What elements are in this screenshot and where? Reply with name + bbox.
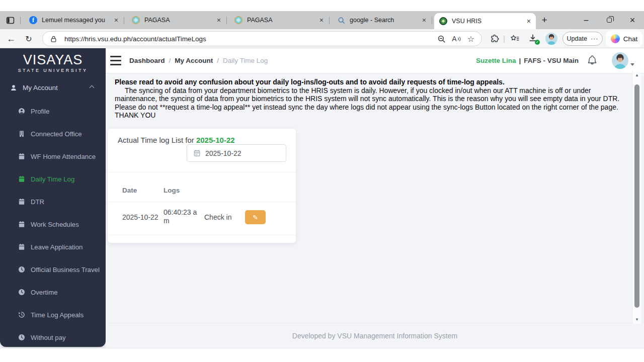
- browser-tab-vsu-hris-active[interactable]: VSU HRIS ×: [434, 13, 536, 29]
- calendar-icon: [18, 243, 25, 250]
- sidebar-item-daily-time-log[interactable]: Daily Time Log: [18, 174, 74, 184]
- browser-window: f Lemuel messaged you × PAGASA × PAGASA …: [0, 0, 644, 362]
- copilot-icon: [611, 34, 620, 43]
- notice-heading: Please read to avoid any confusion about…: [115, 78, 626, 86]
- column-header-date: Date: [122, 187, 137, 194]
- sidebar-item-leave-application[interactable]: Leave Application: [18, 242, 83, 252]
- tab-title: google - Search: [350, 17, 418, 24]
- close-tab-icon[interactable]: ×: [114, 17, 118, 24]
- close-tab-icon[interactable]: ×: [527, 18, 531, 25]
- breadcrumb-dashboard[interactable]: Dashboard: [129, 57, 165, 64]
- sidebar-item-label: Time Log Appeals: [31, 311, 84, 319]
- sidebar-item-wf-home-attendance[interactable]: WF Home Attendance: [18, 151, 96, 161]
- page-viewport: VISAYAS STATE UNIVERSITY My Account Prof…: [0, 48, 644, 362]
- minimize-button[interactable]: –: [577, 14, 596, 26]
- search-icon: [337, 16, 345, 24]
- chevron-up-icon: [90, 85, 95, 90]
- favorites-hub-icon[interactable]: [510, 34, 520, 43]
- tab-title: PAGASA: [144, 17, 213, 24]
- account-avatar[interactable]: [612, 52, 628, 69]
- restore-button[interactable]: [600, 14, 619, 26]
- user-name: Suzette Lina: [476, 57, 516, 64]
- zoom-out-icon[interactable]: [437, 35, 446, 43]
- sidebar-item-dtr[interactable]: DTR: [18, 197, 44, 207]
- close-tab-icon[interactable]: ×: [319, 17, 324, 24]
- toolbar-separator: |: [503, 34, 506, 43]
- card-title-prefix: Actual Time log List for: [118, 136, 196, 144]
- clock-icon: [18, 289, 25, 296]
- url-text[interactable]: https://hris.vsu.edu.ph/account/actualTi…: [64, 35, 431, 43]
- close-tab-icon[interactable]: ×: [217, 17, 221, 24]
- user-unit: FAFS - VSU Main: [524, 57, 579, 64]
- browser-tab-facebook[interactable]: f Lemuel messaged you ×: [24, 13, 123, 28]
- sidebar-item-official-business-travel[interactable]: Official Business Travel: [18, 264, 100, 275]
- back-button[interactable]: ←: [3, 29, 19, 48]
- log-row-date: 2025-10-22: [122, 213, 158, 221]
- read-aloud-icon[interactable]: A: [452, 35, 461, 43]
- refresh-button[interactable]: ↻: [21, 29, 36, 48]
- footer-text: Developed by VSU Management Information …: [292, 332, 457, 340]
- close-window-button[interactable]: ×: [623, 14, 642, 26]
- date-picker-value: 2025-10-22: [205, 149, 242, 157]
- restore-icon: [607, 18, 612, 23]
- hamburger-menu-icon[interactable]: [110, 56, 121, 65]
- download-done-badge: [535, 40, 540, 45]
- new-tab-button[interactable]: +: [538, 15, 550, 26]
- sidebar-item-my-account[interactable]: My Account: [10, 82, 98, 93]
- sidebar-item-profile[interactable]: Profile: [18, 106, 49, 116]
- extensions-icon[interactable]: [490, 34, 499, 43]
- browser-tab-pagasa-2[interactable]: PAGASA ×: [229, 13, 329, 28]
- breadcrumb-my-account[interactable]: My Account: [175, 57, 213, 64]
- sidebar-parent-label: My Account: [23, 84, 58, 92]
- app-topbar: Dashboard / My Account / Daily Time Log …: [106, 48, 644, 73]
- scroll-down-icon[interactable]: ▼: [632, 317, 641, 322]
- vsu-seal-icon: [439, 17, 447, 25]
- tab-separator: [226, 17, 227, 24]
- sidebar-item-time-log-appeals[interactable]: Time Log Appeals: [18, 310, 84, 320]
- sidebar-item-label: Official Business Travel: [31, 266, 100, 274]
- user-circle-icon: [18, 108, 25, 115]
- favorite-star-icon[interactable]: ☆: [467, 34, 474, 44]
- card-title-date: 2025-10-22: [196, 136, 235, 144]
- calendar-icon: [18, 175, 25, 183]
- address-bar[interactable]: https://hris.vsu.edu.ph/account/actualTi…: [42, 31, 482, 46]
- tab-separator: [432, 17, 432, 24]
- tab-search-icon[interactable]: [6, 16, 15, 25]
- card-divider: [108, 172, 296, 172]
- tab-title: VSU HRIS: [452, 18, 523, 25]
- edit-log-button[interactable]: ✎: [245, 210, 266, 224]
- date-picker-input[interactable]: 2025-10-22: [187, 144, 286, 162]
- sidebar-item-overtime[interactable]: Overtime: [18, 287, 58, 297]
- lock-icon: [50, 35, 57, 43]
- sidebar-item-label: Overtime: [31, 289, 58, 296]
- sidebar-item-work-schedules[interactable]: Work Schedules: [18, 219, 79, 229]
- browser-profile-avatar[interactable]: [545, 33, 557, 45]
- copilot-chat-button[interactable]: Chat: [606, 30, 642, 47]
- user-icon: [10, 84, 17, 92]
- pagasa-icon: [234, 16, 243, 24]
- sidebar-item-without-pay[interactable]: Without pay: [18, 332, 66, 342]
- close-tab-icon[interactable]: ×: [422, 17, 426, 24]
- notifications-bell-icon[interactable]: [587, 55, 597, 65]
- update-button[interactable]: Update···: [562, 32, 603, 46]
- scrollbar-thumb[interactable]: [634, 84, 639, 308]
- page-bottom-strip: [0, 348, 644, 362]
- breadcrumb-separator: /: [217, 57, 219, 64]
- breadcrumb: Dashboard / My Account / Daily Time Log: [129, 48, 268, 73]
- sidebar-item-label: Leave Application: [31, 243, 83, 251]
- time-log-card: Actual Time log List for 2025-10-22 2025…: [108, 129, 296, 243]
- tab-separator: [124, 17, 124, 24]
- calendar-icon: [18, 153, 25, 160]
- scroll-up-icon[interactable]: ▲: [632, 73, 641, 77]
- browser-tab-pagasa-1[interactable]: PAGASA ×: [127, 13, 226, 28]
- notice-body: The syncing of data from your department…: [115, 86, 626, 120]
- vertical-scrollbar[interactable]: ▲ ▼: [632, 71, 641, 324]
- browser-tab-google-search[interactable]: google - Search ×: [332, 13, 431, 28]
- sidebar-item-connected-office[interactable]: Connected Office: [18, 129, 82, 139]
- tab-title: PAGASA: [247, 17, 315, 24]
- tab-title: Lemuel messaged you: [42, 17, 110, 24]
- vsu-logo: VISAYAS STATE UNIVERSITY: [0, 52, 106, 73]
- downloads-icon[interactable]: [528, 34, 538, 44]
- sidebar-item-label: Without pay: [31, 334, 66, 341]
- caret-down-icon[interactable]: [630, 63, 634, 66]
